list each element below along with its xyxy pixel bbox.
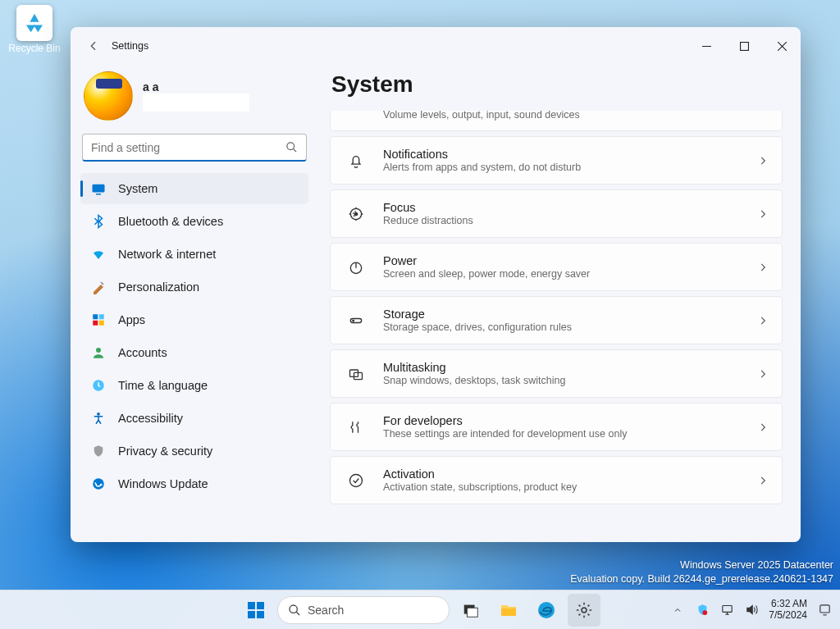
chevron-right-icon [757,315,769,326]
avatar [84,71,133,121]
chevron-right-icon [757,475,769,486]
sidebar-item-personalization[interactable]: Personalization [80,271,308,303]
svg-rect-32 [723,606,732,613]
sidebar-item-privacy[interactable]: Privacy & security [80,435,308,467]
sidebar-item-label: System [118,182,158,195]
tray-security-icon[interactable] [692,594,713,627]
multitasking-icon [347,366,365,382]
chevron-right-icon [757,368,769,380]
settings-card-activation[interactable]: ActivationActivation state, subscription… [330,456,783,504]
search-box[interactable] [82,134,307,162]
svg-rect-6 [93,321,98,326]
card-subtitle: These settings are intended for developm… [383,428,757,440]
file-explorer-button[interactable] [492,594,525,627]
settings-card-list[interactable]: Volume levels, output, input, sound devi… [330,111,794,542]
notifications-icon [347,153,365,169]
sidebar-item-accessibility[interactable]: Accessibility [80,403,308,434]
svg-point-8 [96,348,101,353]
search-input[interactable] [91,141,285,154]
card-subtitle: Alerts from apps and system, do not dist… [383,162,757,173]
svg-rect-23 [248,611,255,618]
taskbar-clock[interactable]: 6:32 AM 7/5/2024 [765,599,810,622]
svg-point-29 [538,602,555,618]
maximize-button[interactable] [725,27,763,65]
watermark: Windows Server 2025 Datacenter Evaluatio… [570,558,833,586]
sidebar-item-bluetooth[interactable]: Bluetooth & devices [80,206,308,237]
tray-chevron-up-icon[interactable] [667,594,688,627]
svg-point-11 [93,478,104,490]
card-subtitle: Activation state, subscriptions, product… [383,481,757,493]
update-icon [90,476,107,492]
bluetooth-icon [90,213,107,230]
card-subtitle: Screen and sleep, power mode, energy sav… [383,268,757,280]
sidebar-item-label: Accessibility [118,412,183,425]
svg-rect-7 [99,321,104,326]
settings-card-notifications[interactable]: NotificationsAlerts from apps and system… [330,136,783,185]
svg-point-10 [97,412,100,416]
main-pane: System Volume levels, output, input, sou… [318,65,801,542]
user-meta-redacted [143,93,249,112]
card-subtitle: Reduce distractions [383,215,757,226]
taskbar-search[interactable]: Search [277,596,450,624]
taskbar: Search [0,590,840,629]
svg-rect-24 [257,611,264,618]
card-subtitle: Storage space, drives, configuration rul… [383,321,757,333]
clock-time: 6:32 AM [769,599,807,610]
power-icon [347,259,365,276]
time-icon [90,377,107,394]
settings-card-developers[interactable]: For developersThese settings are intende… [330,403,783,451]
sidebar-item-apps[interactable]: Apps [80,304,308,335]
card-title: Focus [383,201,757,214]
tray-network-icon[interactable] [716,594,737,627]
storage-icon [347,312,365,329]
search-icon [285,141,298,153]
sidebar-item-label: Accounts [118,346,167,359]
sidebar-item-network[interactable]: Network & internet [80,239,308,270]
watermark-line1: Windows Server 2025 Datacenter [570,558,833,572]
close-button[interactable] [763,27,801,65]
system-icon [90,180,107,197]
settings-card-storage[interactable]: StorageStorage space, drives, configurat… [330,296,783,344]
settings-card-power[interactable]: PowerScreen and sleep, power mode, energ… [330,243,783,291]
profile-block[interactable]: a a [80,65,308,130]
task-view-button[interactable] [454,594,487,627]
sidebar-item-label: Windows Update [118,477,208,490]
user-name: a a [143,80,249,93]
sidebar-item-system[interactable]: System [80,173,308,204]
sidebar-item-label: Privacy & security [118,444,212,458]
desktop: Recycle Bin Settings [0,0,840,629]
card-title: Multitasking [383,361,757,374]
svg-rect-3 [96,194,101,195]
sidebar-item-label: Apps [118,313,145,326]
chevron-right-icon [757,208,769,220]
tray-notifications-icon[interactable] [814,594,835,627]
start-button[interactable] [240,594,272,627]
sidebar-item-accounts[interactable]: Accounts [80,337,308,368]
sidebar-item-label: Bluetooth & devices [118,215,223,228]
settings-card-multitasking[interactable]: MultitaskingSnap windows, desktops, task… [330,349,783,398]
minimize-button[interactable] [687,27,725,65]
svg-point-31 [702,610,707,615]
sidebar-item-update[interactable]: Windows Update [80,468,308,499]
desktop-icon-recycle-bin[interactable]: Recycle Bin [8,5,61,54]
recycle-bin-icon [16,5,52,41]
sidebar: a a SystemBluetooth & devicesNetwork & i… [71,65,318,542]
tray-volume-icon[interactable] [741,594,762,627]
accessibility-icon [90,410,107,426]
back-button[interactable] [79,31,108,61]
svg-rect-27 [467,608,477,617]
personalization-icon [90,279,107,295]
page-title: System [331,71,794,98]
recycle-bin-label: Recycle Bin [8,43,61,54]
edge-button[interactable] [530,594,563,627]
settings-card-focus[interactable]: FocusReduce distractions [330,189,783,238]
apps-icon [90,312,107,328]
settings-taskbar-button[interactable] [568,594,600,627]
settings-card-sound_partial: Volume levels, output, input, sound devi… [330,111,783,131]
sidebar-item-time[interactable]: Time & language [80,370,308,401]
developers-icon [347,419,365,435]
svg-point-30 [582,608,587,613]
chevron-right-icon [757,422,769,433]
svg-rect-22 [257,602,264,609]
accounts-icon [90,344,107,361]
